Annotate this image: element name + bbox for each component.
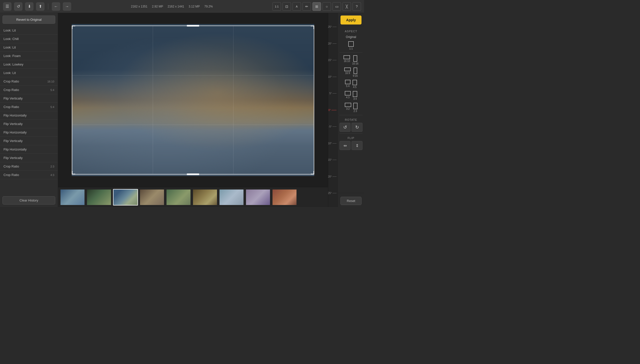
aspect-label: 3:2 [346,108,350,110]
toolbar-right: 1:1 ⊡ A ✏ ⊞ ○ ▭ ╳ ? [272,2,361,11]
ruler-line-tick [332,27,336,27]
undo-button[interactable]: ← [52,2,60,11]
filmstrip-thumb-2[interactable] [113,189,138,206]
filmstrip-thumb-image-4 [166,190,190,205]
aspect-16-9-button[interactable]: 16:9 [344,66,351,78]
filmstrip-thumb-6[interactable] [219,189,244,206]
filmstrip-thumb-4[interactable] [166,189,191,206]
reset-button[interactable]: Reset [340,197,362,205]
image-dimensions-2: 2162 x 1441 [168,5,184,8]
rotate-cw-button[interactable]: ↻ [352,123,362,132]
help-button[interactable]: ? [352,2,361,11]
clear-history-button[interactable]: Clear History [2,196,55,204]
ruler-label: 15° [328,59,332,62]
ruler-mark: 5° [329,92,336,95]
reset-area: Reset [338,193,364,207]
download-button[interactable]: ⬇ [25,2,34,11]
history-item[interactable]: Flip Vertically [0,137,58,145]
circle-button[interactable]: ○ [322,2,331,11]
filmstrip-thumb-image-5 [193,190,217,205]
history-item[interactable]: Look: Lit [0,43,58,52]
history-item-label: Crop Ratio [4,80,19,83]
history-item[interactable]: Crop Ratio2:3 [0,162,58,171]
aspect-pair-row: 16:1010:16 [340,54,362,66]
filmstrip-thumb-0[interactable] [60,189,85,206]
history-item[interactable]: Flip Horizontally [0,145,58,154]
aspect-label: 16:9 [345,72,350,74]
flip-horizontal-button[interactable]: ⇔ [340,141,350,150]
history-item-label: Crop Ratio [4,105,19,109]
ruler-mark: -25° [327,192,336,194]
history-item-badge: 4:3 [50,174,54,176]
history-item[interactable]: Flip Horizontally [0,111,58,120]
aspect-4-3-button[interactable]: 4:3 [344,90,351,101]
redo-button[interactable]: → [63,2,71,11]
filmstrip-thumb-image-8 [272,190,296,205]
rect-button[interactable]: ▭ [332,2,341,11]
history-item[interactable]: Flip Vertically [0,120,58,128]
photo-container [72,24,314,176]
history-item[interactable]: Look: Lit [0,69,58,77]
filmstrip-thumb-image-3 [140,190,164,205]
aspect-1to1-button[interactable]: 1:1 [348,40,354,51]
aspect-9-16-button[interactable]: 9:16 [352,66,358,78]
history-item[interactable]: Flip Vertically [0,94,58,103]
revert-button[interactable]: Revert to Original [2,16,55,24]
slash-button[interactable]: ╳ [342,2,351,11]
ruler-line-tick [332,44,336,44]
menu-button[interactable]: ☰ [3,2,12,11]
aspect-4-5-button[interactable]: 4:5 [352,79,358,90]
history-item-label: Flip Vertically [4,156,23,160]
history-item[interactable]: Look: Chill [0,35,58,43]
ruler-label: -5° [328,125,332,128]
filmstrip-thumb-5[interactable] [192,189,218,206]
divider-flip [340,133,362,134]
text-button[interactable]: A [292,2,301,11]
aspect-label: 10:16 [352,62,358,65]
filmstrip [58,187,328,207]
history-item[interactable]: Crop Ratio4:3 [0,171,58,179]
history-item[interactable]: Look: Foam [0,52,58,60]
filmstrip-thumb-8[interactable] [272,189,297,206]
history-item[interactable]: Flip Horizontally [0,128,58,137]
aspect-1to1-label: 1:1 [349,47,353,50]
photo-background [72,24,314,176]
history-button[interactable]: ↺ [14,2,22,11]
share-button[interactable]: ⬆ [36,2,44,11]
flip-vertical-button[interactable]: ⇕ [352,141,362,150]
filmstrip-thumb-3[interactable] [140,189,164,206]
ruler-mark: 0° [328,109,336,112]
ruler-line-tick [332,126,336,127]
aspect-5-4-button[interactable]: 5:4 [344,79,351,90]
topbar: ☰ ↺ ⬇ ⬆ ← → 2162 x 1351 2.92 MP 2162 x 1… [0,0,364,13]
filmstrip-thumb-1[interactable] [86,189,112,206]
fit-button[interactable]: ⊡ [282,2,291,11]
aspect-label: 5:4 [346,85,350,88]
crop-button[interactable]: ⊞ [312,2,321,11]
history-item-label: Look: Foam [4,54,21,58]
aspect-10-16-button[interactable]: 10:16 [352,54,359,66]
1to1-button[interactable]: 1:1 [272,2,281,11]
aspect-original-button[interactable]: Original [340,34,362,40]
rotation-ruler: 25°20°15°10°5°0°-5°-10°-15°-20°-25° [328,13,338,207]
aspect-16-10-button[interactable]: 16:10 [343,54,350,66]
canvas-area[interactable] [58,13,328,187]
apply-button[interactable]: Apply [340,16,362,24]
aspect-3-2-button[interactable]: 3:2 [344,102,352,114]
history-item-label: Look: Chill [4,37,19,41]
history-item[interactable]: Look: Lowkey [0,60,58,69]
history-item[interactable]: Crop Ratio16:10 [0,77,58,86]
aspect-row-1to1: 1:1 [340,40,362,51]
history-item[interactable]: Look: Lit [0,26,58,35]
rotate-ccw-button[interactable]: ↺ [340,123,350,132]
history-item[interactable]: Crop Ratio5:4 [0,86,58,94]
right-outer: Apply ASPECTOriginal1:116:1010:1616:99:1… [338,13,364,207]
history-item[interactable]: Flip Vertically [0,154,58,162]
ruler-label: 20° [328,42,332,45]
brush-button[interactable]: ✏ [302,2,311,11]
filmstrip-thumb-7[interactable] [246,189,270,206]
aspect-2-3-button[interactable]: 2:3 [353,102,358,114]
history-item[interactable]: Crop Ratio5:4 [0,103,58,111]
zoom-level: 79.2% [204,5,213,8]
aspect-3-4-button[interactable]: 3:4 [352,90,358,101]
